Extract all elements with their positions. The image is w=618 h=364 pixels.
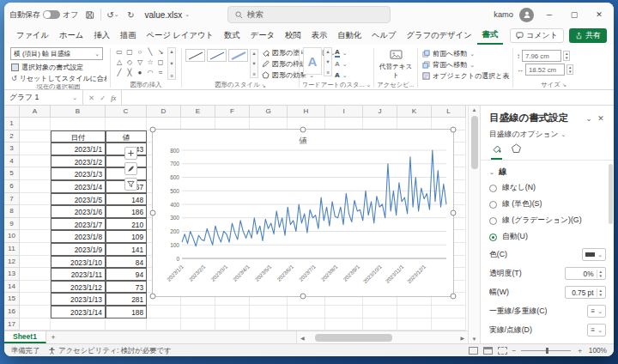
cell[interactable]: 281 <box>106 293 147 306</box>
cell[interactable] <box>20 293 51 306</box>
ribbon-tab-挿入[interactable]: 挿入 <box>88 27 115 45</box>
scroll-left-icon[interactable]: ◀ <box>297 335 308 341</box>
shape-glyph-9[interactable]: ◻ <box>155 58 166 68</box>
column-header-L[interactable]: L <box>432 106 466 118</box>
zoom-level[interactable]: 100% <box>589 346 607 355</box>
column-header-A[interactable]: A <box>20 106 51 118</box>
cell[interactable] <box>20 318 51 331</box>
row-header-6[interactable]: 6 <box>4 180 20 193</box>
cell[interactable]: 日付 <box>51 130 106 143</box>
chart-styles-button[interactable] <box>124 162 137 175</box>
chart-selection-handle-7[interactable] <box>451 294 457 300</box>
cell[interactable]: 2023/1/14 <box>51 306 106 318</box>
cell[interactable] <box>20 230 51 243</box>
zoom-knob[interactable] <box>546 348 548 354</box>
cell[interactable] <box>51 318 106 331</box>
scroll-down-icon[interactable]: ▼ <box>472 337 477 343</box>
cell[interactable] <box>106 318 147 331</box>
cell[interactable]: 2023/1/8 <box>51 230 106 243</box>
row-header-14[interactable]: 14 <box>4 281 20 294</box>
close-button[interactable]: ✕ <box>590 7 609 22</box>
page-layout-view-button[interactable] <box>483 347 493 355</box>
minimize-button[interactable]: ─ <box>540 7 559 22</box>
line-option-radio-2[interactable]: 線 (グラデーション)(G) <box>489 215 606 226</box>
chart-selection-handle-3[interactable] <box>150 210 156 216</box>
shape-height-field[interactable]: 7.96 cm <box>522 50 561 62</box>
shape-style-3[interactable] <box>228 49 248 62</box>
zoom-in-button[interactable]: ＋ <box>576 346 583 355</box>
ribbon-tab-グラフのデザイン[interactable]: グラフのデザイン <box>402 27 477 45</box>
column-header-E[interactable]: E <box>181 106 215 118</box>
cell[interactable]: 188 <box>106 306 147 318</box>
cell[interactable] <box>250 306 288 318</box>
column-header-C[interactable]: C <box>106 106 147 118</box>
cell[interactable]: 2023/1/10 <box>51 256 106 269</box>
cell[interactable] <box>325 306 363 318</box>
chart-element-combo[interactable]: 横 (項目) 軸 目盛線⌄ <box>10 47 103 60</box>
row-header-8[interactable]: 8 <box>4 205 20 218</box>
cell[interactable] <box>51 118 106 130</box>
ribbon-tab-データ[interactable]: データ <box>245 27 280 45</box>
cell[interactable] <box>20 256 51 269</box>
shape-glyph-13[interactable]: ◠ <box>145 68 155 78</box>
column-header-G[interactable]: G <box>250 106 288 118</box>
row-header-11[interactable]: 11 <box>4 243 20 256</box>
reset-style-button[interactable]: ↺ リセットしてスタイルに合わせる <box>10 73 106 84</box>
column-header-I[interactable]: I <box>325 106 363 118</box>
line-option-radio-3[interactable]: 自動(U) <box>489 232 606 242</box>
pane-scroll-thumb[interactable] <box>609 164 613 224</box>
new-sheet-button[interactable]: + <box>46 331 60 343</box>
size-dialog-launcher-icon[interactable]: ↘ <box>562 82 566 88</box>
cell[interactable] <box>20 180 51 193</box>
page-break-view-button[interactable] <box>498 347 507 355</box>
cell[interactable] <box>288 318 325 331</box>
vertical-scroll-thumb[interactable] <box>471 116 478 169</box>
ribbon-tab-数式[interactable]: 数式 <box>219 27 245 45</box>
ribbon-tab-ファイル[interactable]: ファイル <box>11 27 54 45</box>
share-button[interactable]: 共有 <box>569 28 607 43</box>
chart-filter-button[interactable] <box>124 178 137 191</box>
shape-glyph-8[interactable]: ☆ <box>145 58 155 68</box>
cell[interactable]: 84 <box>106 256 147 269</box>
row-header-5[interactable]: 5 <box>4 167 20 180</box>
shape-glyph-5[interactable]: △ <box>114 58 124 68</box>
cell[interactable] <box>432 318 466 331</box>
autosave-toggle[interactable]: 自動保存 オフ <box>9 9 78 21</box>
cell[interactable] <box>106 118 147 130</box>
shape-glyph-2[interactable]: ○ <box>135 47 145 58</box>
column-header-H[interactable]: H <box>288 106 325 118</box>
cell[interactable] <box>215 318 250 331</box>
dropdown-button[interactable]: ≡⌄ <box>587 324 606 337</box>
horizontal-scroll-thumb[interactable] <box>315 334 392 342</box>
shape-glyph-14[interactable]: ≈ <box>155 68 166 78</box>
cell[interactable]: 141 <box>106 243 147 256</box>
cell[interactable] <box>181 318 215 331</box>
zoom-slider[interactable] <box>521 350 571 351</box>
sheet-tab-sheet1[interactable]: Sheet1 <box>4 331 46 343</box>
row-header-10[interactable]: 10 <box>4 230 20 243</box>
document-title[interactable]: value.xlsx⌄ <box>144 10 190 20</box>
column-header-B[interactable]: B <box>51 106 106 118</box>
enter-icon[interactable]: ✓ <box>100 94 106 102</box>
autosave-switch[interactable] <box>43 10 60 19</box>
chart-selection-handle-4[interactable] <box>451 210 457 216</box>
spin-field[interactable]: 0.75 pt▲▼ <box>565 286 606 299</box>
row-header-17[interactable]: 17 <box>4 318 20 331</box>
alt-text-button[interactable]: 代替テキスト <box>379 47 413 80</box>
cell[interactable] <box>147 306 181 318</box>
cell[interactable] <box>20 130 51 143</box>
text-outline-button[interactable]: A⌄ <box>334 58 348 70</box>
cell[interactable]: 2023/1/9 <box>51 243 106 256</box>
dialog-launcher-icon[interactable]: ↘ <box>261 82 265 88</box>
shape-glyph-6[interactable]: ◇ <box>124 58 135 68</box>
row-header-7[interactable]: 7 <box>4 193 20 206</box>
spin-field[interactable]: 0%▲▼ <box>565 267 606 280</box>
text-effects-button[interactable]: A⌄ <box>334 70 348 81</box>
select-all-corner[interactable] <box>4 106 20 118</box>
row-header-13[interactable]: 13 <box>4 268 20 281</box>
accessibility-status[interactable]: アクセシビリティ: 検討が必要です <box>48 346 171 355</box>
ribbon-tab-表示[interactable]: 表示 <box>306 27 333 45</box>
shape-glyph-11[interactable]: ╳ <box>124 68 135 78</box>
row-header-9[interactable]: 9 <box>4 218 20 231</box>
row-header-2[interactable]: 2 <box>4 130 20 143</box>
